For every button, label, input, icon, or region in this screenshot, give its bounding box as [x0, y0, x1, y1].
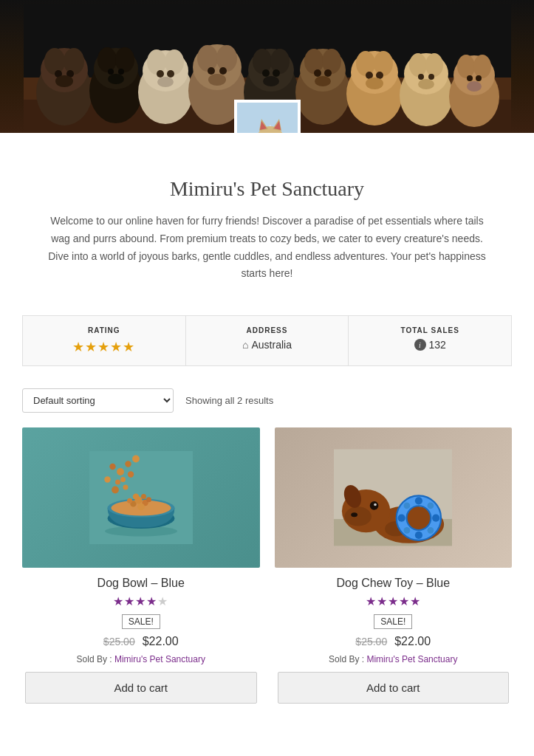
seller-link-bowl[interactable]: Mimiru's Pet Sanctuary: [114, 654, 205, 664]
product-image-toy: [275, 427, 513, 568]
svg-point-21: [157, 70, 164, 78]
sold-by-label-toy: Sold By :: [329, 654, 366, 664]
svg-point-43: [324, 69, 332, 77]
svg-point-42: [314, 69, 321, 77]
home-icon: ⌂: [242, 339, 248, 351]
product-card-dog-bowl: Dog Bowl – Blue ★★★★★ SALE! $25.00 $22.0…: [22, 427, 260, 704]
info-icon: i: [414, 339, 426, 351]
sale-badge-wrapper-toy: SALE!: [278, 614, 510, 635]
svg-point-9: [55, 75, 73, 87]
add-to-cart-button-toy[interactable]: Add to cart: [278, 672, 510, 704]
sale-badge-bowl: SALE!: [122, 614, 160, 629]
svg-point-65: [467, 81, 482, 92]
address-text: Australia: [252, 339, 292, 351]
svg-point-108: [345, 507, 372, 526]
svg-point-16: [108, 74, 124, 84]
add-to-cart-button-bowl[interactable]: Add to cart: [25, 672, 257, 704]
results-count: Showing all 2 results: [185, 395, 273, 406]
stats-bar: RATING ★★★★★ ADDRESS ⌂ Australia TOTAL S…: [22, 315, 512, 366]
product-card-dog-toy: Dog Chew Toy – Blue ★★★★★ SALE! $25.00 $…: [275, 427, 513, 704]
svg-point-28: [208, 67, 215, 75]
price-current-toy: $22.00: [394, 635, 431, 647]
stat-address: ADDRESS ⌂ Australia: [186, 316, 349, 365]
svg-point-94: [117, 468, 124, 475]
price-current-bowl: $22.00: [143, 635, 179, 647]
svg-point-35: [262, 69, 270, 77]
shop-avatar: [234, 100, 301, 133]
svg-point-93: [141, 494, 146, 499]
products-grid: Dog Bowl – Blue ★★★★★ SALE! $25.00 $22.0…: [0, 427, 534, 733]
product-name-toy: Dog Chew Toy – Blue: [278, 577, 510, 590]
svg-point-23: [157, 77, 174, 87]
avatar-svg: [237, 103, 301, 133]
svg-point-95: [125, 461, 131, 467]
svg-point-98: [109, 464, 115, 470]
svg-point-36: [273, 69, 280, 77]
svg-point-5: [44, 48, 65, 75]
svg-point-96: [132, 456, 140, 463]
rating-stars: ★★★★★: [72, 339, 135, 355]
svg-point-119: [398, 515, 405, 522]
svg-point-103: [104, 476, 110, 482]
svg-point-22: [167, 70, 174, 78]
svg-point-54: [409, 53, 427, 77]
svg-point-63: [467, 75, 473, 81]
sale-badge-toy: SALE!: [374, 614, 412, 629]
svg-point-56: [418, 74, 424, 80]
svg-point-26: [197, 45, 218, 72]
svg-point-19: [147, 49, 166, 75]
svg-point-41: [322, 49, 341, 74]
svg-point-91: [127, 498, 132, 504]
sale-badge-wrapper-bowl: SALE!: [25, 614, 257, 635]
svg-point-29: [219, 67, 227, 75]
product-info-bowl: Dog Bowl – Blue ★★★★★ SALE! $25.00 $22.0…: [22, 568, 260, 704]
shop-description: Welcome to our online haven for furry fr…: [46, 213, 489, 283]
shop-info-section: Mimiru's Pet Sanctuary Welcome to our on…: [0, 133, 534, 315]
address-label: ADDRESS: [194, 326, 341, 334]
svg-point-102: [112, 487, 119, 494]
svg-point-20: [165, 49, 184, 75]
svg-point-33: [253, 49, 272, 74]
svg-point-109: [370, 501, 379, 510]
address-value: ⌂ Australia: [194, 339, 341, 351]
svg-point-44: [315, 76, 331, 86]
svg-point-40: [304, 49, 324, 74]
svg-point-64: [476, 75, 482, 81]
sort-dropdown[interactable]: Default sortingSort by popularitySort by…: [22, 388, 174, 413]
shop-title: Mimiru's Pet Sanctuary: [30, 177, 504, 201]
sold-by-label-bowl: Sold By :: [77, 654, 114, 664]
svg-point-48: [374, 51, 393, 76]
svg-point-14: [108, 69, 114, 75]
price-wrapper-bowl: $25.00 $22.00: [25, 635, 257, 648]
svg-point-117: [432, 515, 439, 522]
svg-point-13: [115, 47, 134, 72]
product-stars-bowl: ★★★★★: [25, 594, 257, 608]
svg-point-92: [133, 494, 139, 500]
svg-point-97: [115, 480, 120, 485]
product-stars-toy: ★★★★★: [278, 594, 510, 608]
svg-point-6: [64, 48, 84, 75]
svg-point-30: [208, 74, 226, 86]
rating-value: ★★★★★: [30, 339, 178, 355]
svg-point-58: [418, 79, 434, 89]
stars-filled: ★★★★: [113, 595, 157, 608]
svg-point-62: [473, 55, 491, 78]
product-image-bowl: [22, 427, 260, 568]
svg-point-89: [137, 504, 145, 511]
sold-by-bowl: Sold By : Mimiru's Pet Sanctuary: [25, 654, 257, 664]
seller-link-toy[interactable]: Mimiru's Pet Sanctuary: [366, 654, 457, 664]
svg-point-121: [428, 527, 434, 534]
svg-point-57: [428, 74, 434, 80]
stars-filled-toy: ★★★★★: [366, 595, 421, 608]
svg-point-61: [457, 55, 475, 78]
stars-empty: ★: [157, 595, 168, 608]
svg-point-120: [428, 503, 434, 509]
product-info-toy: Dog Chew Toy – Blue ★★★★★ SALE! $25.00 $…: [275, 568, 513, 704]
svg-point-12: [97, 47, 117, 72]
price-original-toy: $25.00: [355, 636, 387, 647]
svg-point-47: [356, 51, 375, 76]
rating-label: RATING: [30, 326, 178, 334]
svg-point-110: [374, 504, 377, 506]
svg-point-122: [404, 503, 411, 509]
svg-point-51: [366, 78, 383, 89]
